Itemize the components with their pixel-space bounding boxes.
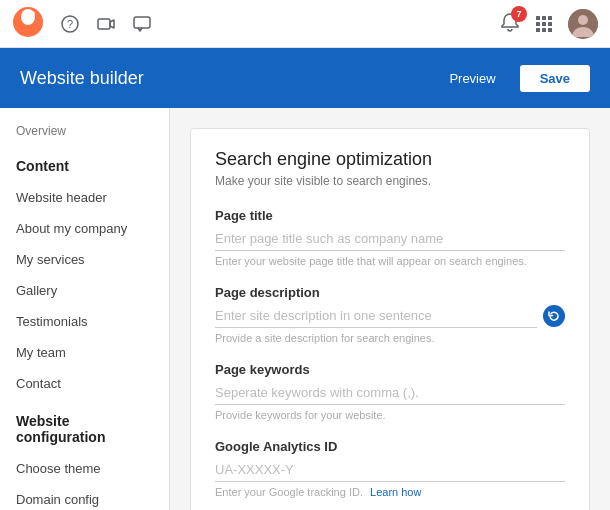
chat-icon[interactable]: [132, 14, 152, 34]
logo: [12, 6, 44, 41]
refresh-icon[interactable]: [543, 305, 565, 327]
seo-card-subtitle: Make your site visible to search engines…: [215, 174, 565, 188]
svg-point-18: [578, 15, 588, 25]
sidebar-section-content: Content: [0, 150, 169, 182]
save-button[interactable]: Save: [520, 65, 590, 92]
sidebar-item-my-services[interactable]: My services: [0, 244, 169, 275]
sidebar-item-website-header[interactable]: Website header: [0, 182, 169, 213]
main-layout: Overview Content Website header About my…: [0, 108, 610, 510]
top-nav: ? 7: [0, 0, 610, 48]
sidebar-item-overview[interactable]: Overview: [0, 116, 169, 146]
page-desc-hint: Provide a site description for search en…: [215, 332, 565, 344]
page-keywords-hint: Provide keywords for your website.: [215, 409, 565, 421]
page-title-hint: Enter your website page title that will …: [215, 255, 565, 267]
analytics-hint: Enter your Google tracking ID. Learn how: [215, 486, 565, 498]
sidebar-item-choose-theme[interactable]: Choose theme: [0, 453, 169, 484]
page-keywords-input[interactable]: [215, 381, 565, 405]
page-keywords-label: Page keywords: [215, 362, 565, 377]
page-desc-input[interactable]: [215, 304, 537, 328]
learn-how-link[interactable]: Learn how: [370, 486, 421, 498]
page-title-input-wrapper: [215, 227, 565, 251]
page-desc-input-wrapper: [215, 304, 565, 328]
notification-badge: 7: [511, 6, 527, 22]
svg-rect-14: [536, 28, 540, 32]
svg-rect-9: [542, 16, 546, 20]
svg-rect-8: [536, 16, 540, 20]
sidebar-item-my-team[interactable]: My team: [0, 337, 169, 368]
svg-rect-6: [98, 19, 110, 29]
svg-rect-13: [548, 22, 552, 26]
page-title: Website builder: [20, 68, 437, 89]
sidebar-item-about-my-company[interactable]: About my company: [0, 213, 169, 244]
sidebar-item-domain-config[interactable]: Domain config: [0, 484, 169, 510]
video-icon[interactable]: [96, 14, 116, 34]
analytics-group: Google Analytics ID Enter your Google tr…: [215, 439, 565, 498]
sidebar-section-website-config: Website configuration: [0, 405, 169, 453]
svg-rect-7: [134, 17, 150, 28]
analytics-input[interactable]: [215, 458, 565, 482]
analytics-label: Google Analytics ID: [215, 439, 565, 454]
page-title-group: Page title Enter your website page title…: [215, 208, 565, 267]
page-keywords-group: Page keywords Provide keywords for your …: [215, 362, 565, 421]
svg-text:?: ?: [67, 18, 73, 30]
sidebar-item-testimonials[interactable]: Testimonials: [0, 306, 169, 337]
seo-card: Search engine optimization Make your sit…: [190, 128, 590, 510]
svg-rect-16: [548, 28, 552, 32]
seo-card-title: Search engine optimization: [215, 149, 565, 170]
content-area: Search engine optimization Make your sit…: [170, 108, 610, 510]
svg-rect-12: [542, 22, 546, 26]
sidebar: Overview Content Website header About my…: [0, 108, 170, 510]
blue-header: Website builder Preview Save: [0, 48, 610, 108]
svg-rect-11: [536, 22, 540, 26]
page-title-label: Page title: [215, 208, 565, 223]
svg-rect-15: [542, 28, 546, 32]
nav-icons: ?: [60, 14, 152, 34]
help-icon[interactable]: ?: [60, 14, 80, 34]
preview-button[interactable]: Preview: [437, 65, 507, 92]
page-title-input[interactable]: [215, 227, 565, 251]
page-desc-group: Page description Provide a site descript…: [215, 285, 565, 344]
page-keywords-input-wrapper: [215, 381, 565, 405]
page-desc-label: Page description: [215, 285, 565, 300]
notifications[interactable]: 7: [500, 12, 520, 35]
avatar[interactable]: [568, 9, 598, 39]
top-nav-right: 7: [500, 9, 598, 39]
analytics-input-wrapper: [215, 458, 565, 482]
sidebar-item-contact[interactable]: Contact: [0, 368, 169, 399]
apps-icon[interactable]: [534, 14, 554, 34]
svg-point-1: [21, 9, 35, 25]
svg-rect-10: [548, 16, 552, 20]
sidebar-item-gallery[interactable]: Gallery: [0, 275, 169, 306]
